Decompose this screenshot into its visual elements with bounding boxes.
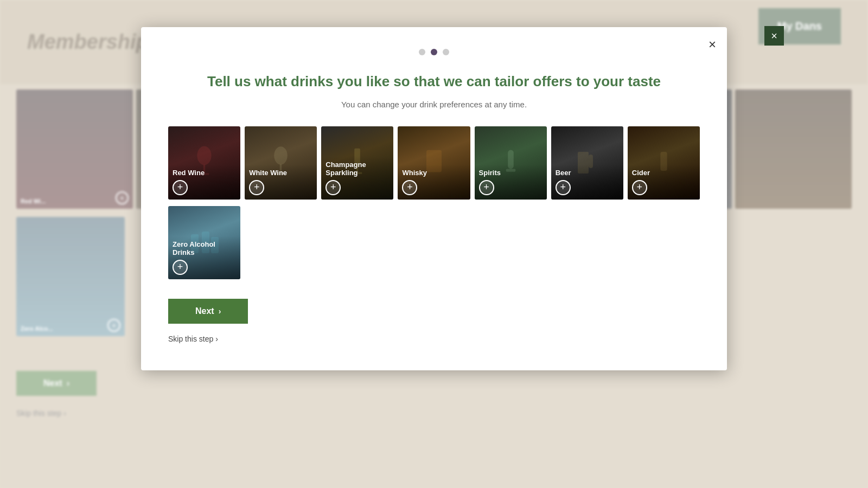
skip-label: Skip this step [168,335,213,343]
next-label: Next [195,306,214,316]
svg-point-3 [274,147,288,165]
drink-grid-row2: Zero Alcohol Drinks + [168,206,700,279]
step-dot-3[interactable] [443,49,449,55]
drink-card-beer[interactable]: Beer + [551,126,623,200]
modal-subtitle: You can change your drink preferences at… [168,100,700,109]
svg-point-0 [197,146,211,165]
outer-close-button[interactable]: × [764,26,784,46]
modal-title: Tell us what drinks you like so that we … [168,73,700,91]
drink-card-spirits[interactable]: Spirits + [475,126,547,200]
drink-label-cider: Cider [632,169,695,177]
drink-add-champagne[interactable]: + [326,180,341,195]
drink-add-red-wine[interactable]: + [173,180,188,195]
drink-add-spirits[interactable]: + [479,180,494,195]
drink-label-whisky: Whisky [402,169,465,177]
drink-card-cider[interactable]: Cider + [628,126,700,200]
drink-label-zero-alcohol: Zero Alcohol Drinks [173,240,236,256]
drink-label-red-wine: Red Wine [173,169,236,177]
drink-label-spirits: Spirits [479,169,542,177]
drink-add-cider[interactable]: + [632,180,647,195]
next-chevron-icon: › [219,307,221,316]
step-dot-1[interactable] [419,49,425,55]
skip-step-button[interactable]: Skip this step › [168,335,218,343]
drink-card-white-wine[interactable]: White Wine + [245,126,317,200]
drink-add-beer[interactable]: + [556,180,571,195]
drink-preference-modal: × Tell us what drinks you like so that w… [141,27,727,370]
drink-label-white-wine: White Wine [249,169,312,177]
step-dot-2[interactable] [431,49,437,55]
modal-close-button[interactable]: × [709,38,716,51]
drink-add-white-wine[interactable]: + [249,180,264,195]
drink-card-zero-alcohol[interactable]: Zero Alcohol Drinks + [168,206,240,279]
skip-chevron-icon: › [215,335,218,343]
drink-add-whisky[interactable]: + [402,180,417,195]
drink-card-champagne[interactable]: Champagne Sparkling + [321,126,393,200]
next-button[interactable]: Next › [168,299,248,324]
step-indicator [168,49,700,55]
drink-label-champagne: Champagne Sparkling [326,160,389,177]
drink-label-beer: Beer [556,169,619,177]
drink-card-red-wine[interactable]: Red Wine + [168,126,240,200]
drink-add-zero-alcohol[interactable]: + [173,260,188,275]
drink-card-whisky[interactable]: Whisky + [398,126,470,200]
drink-grid-row1: Red Wine + White Wine + [168,126,700,200]
